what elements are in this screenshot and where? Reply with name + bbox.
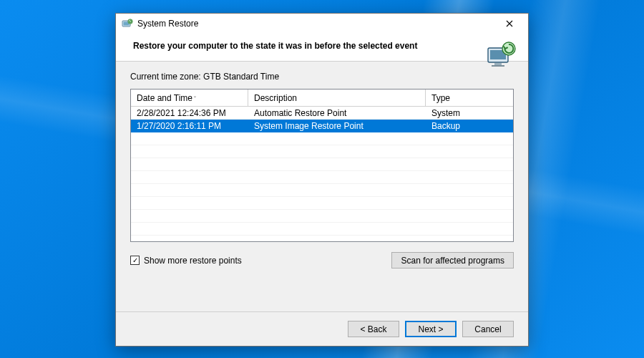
- checkbox-box: ✓: [130, 256, 140, 265]
- scan-affected-programs-button[interactable]: Scan for affected programs: [391, 252, 514, 268]
- page-heading: Restore your computer to the state it wa…: [133, 41, 478, 51]
- below-table-row: ✓ Show more restore points Scan for affe…: [130, 252, 514, 268]
- table-row-empty: [131, 223, 513, 236]
- sort-caret-icon: ˇ: [194, 95, 196, 102]
- cell-description: System Image Restore Point: [248, 121, 426, 131]
- table-header: Date and Time ˇ Description Type: [131, 90, 513, 107]
- header-strip: Restore your computer to the state it wa…: [116, 34, 528, 61]
- column-header-description-label: Description: [254, 93, 297, 103]
- column-header-date-label: Date and Time: [137, 93, 192, 103]
- table-row-empty: [131, 171, 513, 184]
- cell-type: System: [426, 108, 513, 118]
- table-row[interactable]: 1/27/2020 2:16:11 PMSystem Image Restore…: [131, 120, 513, 132]
- dialog-body: Current time zone: GTB Standard Time Dat…: [116, 62, 528, 311]
- back-button[interactable]: < Back: [348, 321, 399, 337]
- column-header-description[interactable]: Description: [248, 90, 426, 106]
- svg-rect-6: [492, 65, 504, 67]
- column-header-type[interactable]: Type: [426, 90, 513, 106]
- column-header-date[interactable]: Date and Time ˇ: [131, 90, 248, 106]
- cell-date: 1/27/2020 2:16:11 PM: [131, 121, 248, 131]
- table-body: 2/28/2021 12:24:36 PMAutomatic Restore P…: [131, 107, 513, 241]
- dialog-footer: < Back Next > Cancel: [116, 311, 528, 346]
- table-row-empty: [131, 236, 513, 241]
- table-row-empty: [131, 197, 513, 210]
- system-restore-dialog: System Restore Restore your computer to …: [115, 13, 529, 347]
- restore-points-table: Date and Time ˇ Description Type 2/28/20…: [130, 89, 514, 242]
- titlebar: System Restore: [116, 14, 528, 34]
- table-row-empty: [131, 210, 513, 223]
- table-row-empty: [131, 158, 513, 171]
- restore-graphic-icon: [485, 39, 517, 71]
- table-row-empty: [131, 132, 513, 145]
- table-row[interactable]: 2/28/2021 12:24:36 PMAutomatic Restore P…: [131, 107, 513, 120]
- table-row-empty: [131, 145, 513, 158]
- column-header-type-label: Type: [431, 93, 450, 103]
- window-title: System Restore: [137, 19, 495, 29]
- cancel-button[interactable]: Cancel: [462, 321, 514, 337]
- cell-type: Backup: [426, 121, 513, 131]
- table-row-empty: [131, 184, 513, 197]
- cell-description: Automatic Restore Point: [248, 108, 426, 118]
- next-button[interactable]: Next >: [405, 321, 457, 337]
- system-restore-icon: [122, 18, 133, 29]
- timezone-label: Current time zone: GTB Standard Time: [130, 72, 514, 82]
- svg-rect-5: [494, 63, 502, 65]
- cell-date: 2/28/2021 12:24:36 PM: [131, 108, 248, 118]
- show-more-checkbox-label: Show more restore points: [144, 256, 242, 266]
- show-more-checkbox[interactable]: ✓ Show more restore points: [130, 256, 242, 266]
- close-button[interactable]: [495, 16, 524, 32]
